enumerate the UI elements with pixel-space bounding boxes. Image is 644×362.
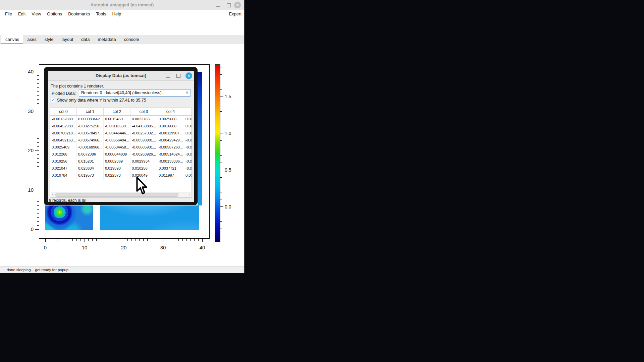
- colorbar-tick-label: 0.0: [225, 204, 231, 209]
- menu-item-view[interactable]: View: [29, 11, 44, 17]
- menu-item-file[interactable]: File: [2, 11, 15, 17]
- table-row[interactable]: 0.0210470.0236340.0195900.0102560.003772…: [50, 165, 192, 172]
- table-cell: -0.00700218...: [50, 130, 77, 137]
- menu-item-bookmarks[interactable]: Bookmarks: [65, 11, 93, 17]
- scroll-left-icon[interactable]: ‹: [51, 192, 55, 197]
- x-axis-tick: [139, 239, 140, 241]
- dialog-minimize-icon[interactable]: [166, 77, 170, 78]
- tab-layout[interactable]: layout: [57, 35, 77, 44]
- y-axis-tick: [37, 131, 39, 131]
- colorbar-tick: [220, 185, 222, 185]
- plotted-data-label: Plotted Data:: [52, 91, 76, 96]
- tab-data[interactable]: data: [77, 35, 94, 44]
- dialog-title-bar[interactable]: Display Data (as tomcat) ×: [48, 71, 194, 81]
- table-row[interactable]: 0.0122680.00723860.000044839-0.00263926.…: [50, 151, 192, 158]
- y-axis-tick: [37, 107, 39, 107]
- y-axis-tick: [37, 103, 39, 104]
- minimize-icon[interactable]: [216, 6, 220, 7]
- table-row[interactable]: 0.0192560.0152010.00823690.0029934-0.001…: [50, 158, 192, 165]
- y-axis-tick: [35, 72, 39, 72]
- menu-item-tools[interactable]: Tools: [93, 11, 109, 17]
- expert-toggle[interactable]: Expert: [229, 11, 241, 16]
- menu-item-options[interactable]: Options: [44, 11, 65, 17]
- table-cell: -4.04159805...: [130, 123, 157, 130]
- tab-axes[interactable]: axes: [23, 35, 40, 44]
- y-axis-tick: [37, 154, 39, 155]
- table-row[interactable]: 0.0107840.0195730.0223730.0200490.011997…: [50, 172, 192, 179]
- table-cell: 0.0015459: [104, 116, 130, 123]
- table-row[interactable]: -0.00700218...-0.00578497...-0.00446446.…: [50, 130, 192, 137]
- table-cell: 0.00: [184, 172, 192, 179]
- table-row[interactable]: -0.00452980...-0.00275250...-0.00118539.…: [50, 123, 192, 130]
- table-cell: -0.00257332...: [130, 130, 157, 137]
- table-cell: 0.022373: [104, 172, 130, 179]
- table-body: -0.00132880...0.0000836620.00154590.0022…: [50, 116, 192, 179]
- heatmap-region-right-edge[interactable]: [198, 72, 202, 205]
- y-axis-tick-label: 10: [19, 187, 34, 193]
- table-cell: -0.00587260...: [157, 144, 184, 151]
- plotted-data-select[interactable]: Renderer 0: dataset[40,40] (dimensionles…: [79, 89, 191, 97]
- close-icon[interactable]: ×: [234, 2, 241, 8]
- x-axis-tick: [88, 239, 89, 241]
- status-bar: done sleeping... get ready for popup: [0, 266, 244, 273]
- filter-checkbox[interactable]: ✓: [51, 98, 55, 102]
- scrollbar-thumb[interactable]: [55, 193, 178, 197]
- tab-canvas[interactable]: canvas: [1, 35, 23, 44]
- x-axis-tick: [76, 239, 77, 241]
- x-axis-tick: [108, 239, 108, 241]
- menu-item-edit[interactable]: Edit: [15, 11, 29, 17]
- y-axis-tick: [37, 115, 39, 115]
- heatmap-region-bottom-right[interactable]: [100, 205, 199, 230]
- x-axis-tick-label: 0: [39, 245, 52, 250]
- dialog-maximize-icon[interactable]: [176, 74, 180, 78]
- window-title: Autoplot untagged (as tomcat): [0, 2, 244, 7]
- display-data-dialog: Display Data (as tomcat) × The plot cont…: [48, 71, 194, 202]
- y-axis-tick: [37, 123, 39, 123]
- colorbar-tick: [220, 163, 222, 163]
- x-axis-tick: [143, 239, 144, 241]
- heatmap-region-bottom-left[interactable]: [45, 205, 93, 230]
- colorbar-tick: [220, 229, 222, 229]
- table-cell: -0.0: [184, 144, 192, 151]
- table-cell: -0.0: [184, 137, 192, 144]
- tab-metadata[interactable]: metadata: [94, 35, 120, 44]
- y-axis-tick-label: 30: [19, 108, 34, 114]
- y-axis-tick: [37, 119, 39, 119]
- x-axis-tick: [167, 239, 167, 241]
- tab-style[interactable]: style: [41, 35, 58, 44]
- colorbar-tick: [220, 82, 222, 82]
- colorbar[interactable]: [215, 64, 220, 242]
- dialog-close-icon[interactable]: ×: [185, 72, 192, 79]
- y-axis-tick: [37, 201, 39, 202]
- horizontal-scrollbar[interactable]: ‹ ›: [51, 192, 191, 197]
- scroll-right-icon[interactable]: ›: [187, 192, 191, 197]
- table-cell: -0.00492163...: [50, 137, 77, 144]
- y-axis-tick: [37, 162, 39, 163]
- table-row[interactable]: 0.0025409-0.00168966...-0.00534458...-0.…: [50, 144, 192, 151]
- table-header-cell: col 1: [77, 108, 104, 115]
- colorbar-tick: [220, 89, 222, 89]
- table-cell: -0.00656494...: [104, 137, 130, 144]
- table-row[interactable]: -0.00492163...-0.00574966...-0.00656494.…: [50, 137, 192, 144]
- x-axis-tick: [96, 239, 97, 241]
- x-axis-tick: [112, 239, 112, 241]
- x-axis-tick: [65, 239, 65, 241]
- y-axis-tick: [37, 214, 39, 214]
- table-cell: 0.000083662: [77, 116, 104, 123]
- table-header-cell: col 3: [130, 108, 157, 115]
- colorbar-tick-label: 1.5: [225, 94, 231, 99]
- table-row[interactable]: -0.00132880...0.0000836620.00154590.0022…: [50, 116, 192, 123]
- y-axis-tick: [37, 146, 39, 147]
- table-cell: -0.00275250...: [77, 123, 104, 130]
- colorbar-tick: [220, 214, 222, 214]
- x-axis-tick: [163, 239, 163, 242]
- tab-console[interactable]: console: [120, 35, 143, 44]
- y-axis-tick: [37, 99, 39, 100]
- colorbar-tick: [220, 155, 222, 156]
- table-cell: -0.00446446...: [104, 130, 130, 137]
- maximize-icon[interactable]: [227, 3, 231, 7]
- menu-item-help[interactable]: Help: [109, 11, 124, 17]
- y-axis-tick: [35, 150, 39, 151]
- y-axis-tick: [37, 83, 39, 84]
- colorbar-tick: [220, 177, 222, 178]
